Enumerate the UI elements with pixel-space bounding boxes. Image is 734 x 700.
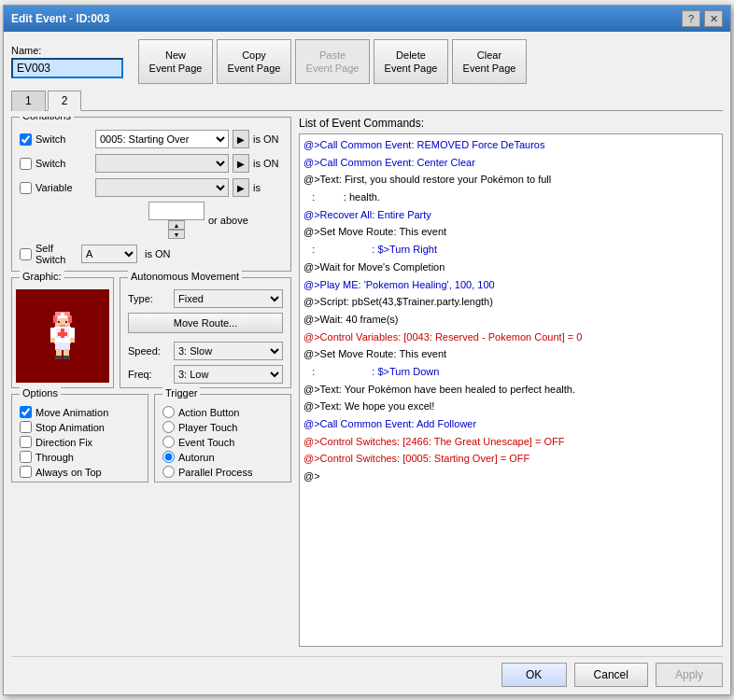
svg-rect-14 [50,328,55,339]
option-always-on-top[interactable]: Always on Top [20,466,140,478]
options-title: Options [20,387,61,399]
option-stop-animation[interactable]: Stop Animation [20,421,140,433]
close-button[interactable]: ✕ [704,10,723,27]
variable-arrow[interactable]: ▶ [233,178,249,197]
svg-rect-16 [50,338,55,343]
trigger-autorun[interactable]: Autorun [162,451,283,463]
tabs-row: 1 2 [11,90,723,111]
switch1-checkbox[interactable] [20,133,32,146]
clear-event-page-button[interactable]: ClearEvent Page [452,39,527,84]
parallel-process-radio[interactable] [162,466,175,478]
variable-select[interactable] [95,178,229,197]
option-direction-fix[interactable]: Direction Fix [20,436,140,448]
always-on-top-checkbox[interactable] [20,466,32,478]
trigger-parallel-process[interactable]: Parallel Process [162,466,283,478]
graphic-title: Graphic: [20,271,64,282]
svg-rect-5 [58,315,67,318]
variable-checkbox[interactable] [20,182,32,194]
event-line: @>Control Switches: [2466: The Great Une… [303,433,718,451]
trigger-event-touch[interactable]: Event Touch [162,436,283,448]
or-above-label: or above [208,215,248,226]
self-switch-row: SelfSwitch A B C D is ON [20,243,283,265]
condition-switch2-row: Switch ▶ is ON [20,153,283,174]
event-line: : : $>Turn Down [303,363,718,381]
variable-value-row: ▲ ▼ or above [20,202,283,239]
trigger-player-touch[interactable]: Player Touch [162,421,283,433]
graphic-canvas[interactable] [16,289,109,383]
switch2-label: Switch [35,158,92,169]
spin-up[interactable]: ▲ [168,220,185,230]
switch2-select[interactable] [95,154,229,173]
title-bar: Edit Event - ID:003 ? ✕ [4,6,730,32]
event-line: @>Text: First, you should restore your P… [303,171,718,189]
svg-rect-8 [65,321,67,323]
self-switch-checkbox[interactable] [20,248,32,260]
stop-animation-checkbox[interactable] [20,421,32,433]
freq-select[interactable]: 1: Lowest 2: Lower 3: Low 4: High 5: Hig… [174,365,283,384]
event-line: : : health. [303,189,718,206]
graphic-group: Graphic: [11,277,114,388]
copy-event-page-button[interactable]: CopyEvent Page [217,39,291,84]
cancel-button[interactable]: Cancel [574,663,648,687]
speed-label: Speed: [128,345,170,357]
svg-rect-7 [58,321,60,323]
type-select[interactable]: Fixed Random Approach Custom [174,289,283,308]
autorun-radio[interactable] [162,451,175,463]
paste-event-page-button[interactable]: PasteEvent Page [295,39,370,84]
spin-down[interactable]: ▼ [168,230,185,239]
event-line: @>Set Move Route: This event [303,345,718,363]
variable-suffix: is [253,182,283,193]
svg-rect-22 [64,356,70,359]
events-list[interactable]: @>Call Common Event: REMOVED Force DeTau… [299,133,723,647]
switch1-select[interactable]: 0005: Starting Over [95,130,229,148]
conditions-group: Conditions Switch 0005: Starting Over ▶ … [11,117,291,272]
option-move-animation[interactable]: Move Animation [20,406,140,418]
bottom-row: Options Move Animation Stop Animation Di… [11,394,291,483]
speed-select[interactable]: 1: Slowest 2: Slower 3: Slow 4: Fast 5: … [174,342,283,360]
direction-fix-checkbox[interactable] [20,436,32,448]
through-checkbox[interactable] [20,451,32,463]
delete-event-page-button[interactable]: DeleteEvent Page [374,39,448,84]
switch1-arrow[interactable]: ▶ [233,130,249,148]
main-window: Edit Event - ID:003 ? ✕ Name: NewEvent P… [3,5,731,695]
name-input[interactable] [11,58,123,78]
svg-rect-19 [56,349,62,357]
type-label: Type: [128,293,170,304]
option-through[interactable]: Through [20,451,140,463]
condition-variable-row: Variable ▶ is [20,177,283,198]
event-line: @>Recover All: Entire Party [303,206,718,224]
title-controls: ? ✕ [682,10,723,27]
action-button-radio[interactable] [162,406,175,418]
switch2-checkbox[interactable] [20,158,32,170]
window-body: Name: NewEvent Page CopyEvent Page Paste… [4,32,730,694]
svg-rect-20 [64,349,69,357]
apply-button[interactable]: Apply [656,663,723,687]
event-line: @>Wait: 40 frame(s) [303,311,718,329]
left-panel: Conditions Switch 0005: Starting Over ▶ … [11,117,291,647]
footer-row: OK Cancel Apply [11,656,723,687]
switch1-label: Switch [35,133,92,145]
conditions-grid: Switch 0005: Starting Over ▶ is ON Switc… [20,129,283,265]
graphic-movement-row: Graphic: [11,277,291,388]
self-switch-label: SelfSwitch [35,243,78,265]
conditions-title: Conditions [20,117,74,121]
move-route-button[interactable]: Move Route... [128,313,283,333]
name-label: Name: [11,45,123,56]
self-switch-select[interactable]: A B C D [81,245,137,263]
trigger-action-button[interactable]: Action Button [162,406,283,418]
tab-2[interactable]: 2 [48,91,82,111]
name-section: Name: [11,45,123,78]
event-line: @>Control Variables: [0043: Reserved - P… [303,329,718,346]
tab-1[interactable]: 1 [11,91,46,111]
variable-spin-input[interactable] [148,202,205,220]
move-animation-checkbox[interactable] [20,406,32,418]
svg-rect-13 [58,332,67,336]
main-content: Conditions Switch 0005: Starting Over ▶ … [11,117,723,647]
player-touch-radio[interactable] [162,421,175,433]
event-touch-radio[interactable] [162,436,175,448]
switch2-arrow[interactable]: ▶ [233,154,249,173]
new-event-page-button[interactable]: NewEvent Page [138,39,213,84]
help-button[interactable]: ? [682,10,700,27]
ok-button[interactable]: OK [501,663,567,687]
event-line: @>Call Common Event: Add Follower [303,415,718,433]
